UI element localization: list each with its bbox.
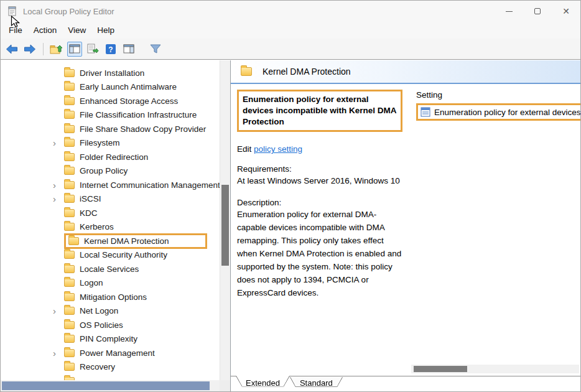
menu-view[interactable]: View [62, 24, 91, 37]
tab-standard[interactable]: Standard [290, 377, 343, 390]
tree-item-label: Driver Installation [80, 68, 144, 78]
tree-item-local-security-authority[interactable]: Local Security Authority [1, 248, 220, 263]
tree-item-label: Net Logon [80, 306, 118, 315]
main-area: Driver Installation Early Launch Antimal… [1, 60, 580, 391]
tree-item-group-policy[interactable]: Group Policy [1, 164, 220, 179]
tree-item-label: Enhanced Storage Access [80, 96, 178, 106]
folder-icon [64, 153, 75, 161]
tree-item-iscsi[interactable]: ›iSCSI [1, 192, 220, 207]
policy-setting-icon [421, 107, 430, 117]
settings-list-column: Setting Enumeration policy for external … [410, 84, 580, 376]
tree-horizontal-scrollbar-thumb[interactable] [2, 381, 210, 390]
tree-item-mitigation-options[interactable]: Mitigation Options [1, 290, 220, 304]
tree-item-partial[interactable] [1, 374, 220, 380]
setting-column-header[interactable]: Setting [416, 90, 580, 100]
folder-icon [64, 279, 75, 287]
tree-item-recovery[interactable]: Recovery [1, 360, 220, 375]
help-icon[interactable]: ? [103, 42, 118, 57]
folder-icon [64, 209, 75, 217]
menu-help[interactable]: Help [91, 24, 120, 37]
tree-item-driver-installation[interactable]: Driver Installation [1, 66, 220, 80]
tree-item-label: Kernel DMA Protection [84, 236, 169, 246]
tree-item-pin-complexity[interactable]: PIN Complexity [1, 332, 220, 347]
description-label: Description: [237, 198, 402, 207]
tree-item-logon[interactable]: Logon [1, 276, 220, 291]
setting-row[interactable]: Enumeration policy for external devices … [416, 103, 580, 121]
filter-icon[interactable] [148, 42, 163, 57]
policy-setting-link[interactable]: policy setting [254, 144, 302, 154]
folder-icon [64, 83, 75, 91]
folder-icon [64, 111, 75, 119]
requirements-text: At least Windows Server 2016, Windows 10 [237, 174, 402, 187]
tree-item-label: Filesystem [80, 138, 120, 147]
folder-icon [64, 293, 75, 301]
maximize-button[interactable] [523, 1, 552, 22]
chevron-right-icon[interactable]: › [53, 180, 64, 190]
folder-icon [64, 181, 75, 189]
close-icon: ✕ [562, 6, 570, 16]
tree-item-label: Locale Services [80, 264, 139, 274]
close-button[interactable]: ✕ [552, 1, 580, 22]
extended-view-body: Enumeration policy for external devices … [231, 84, 580, 376]
tree-item-label: KDC [80, 208, 98, 218]
tree-item-label: Local Security Authority [80, 250, 167, 259]
tree-item-internet-communication-management[interactable]: ›Internet Communication Management [1, 178, 220, 192]
tree-item-label: OS Policies [80, 320, 123, 330]
chevron-right-icon[interactable]: › [53, 306, 64, 315]
folder-icon [64, 335, 75, 343]
folder-icon [64, 251, 75, 259]
tree-vertical-scrollbar[interactable] [220, 60, 230, 380]
tree-item-label: Recovery [80, 362, 115, 371]
settings-horizontal-scrollbar[interactable] [411, 365, 579, 373]
minimize-icon [506, 11, 513, 12]
tree-vertical-scrollbar-thumb[interactable] [221, 185, 229, 266]
tree-item-enhanced-storage-access[interactable]: Enhanced Storage Access [1, 94, 220, 108]
tree-item-kerberos[interactable]: Kerberos [1, 220, 220, 235]
tree-item-label: File Classification Infrastructure [80, 110, 197, 119]
tab-extended[interactable]: Extended [236, 376, 290, 390]
tree-item-net-logon[interactable]: ›Net Logon [1, 304, 220, 319]
tree-item-kdc[interactable]: KDC [1, 206, 220, 220]
folder-icon [64, 349, 75, 357]
chevron-right-icon[interactable]: › [53, 348, 64, 358]
show-action-pane-icon[interactable] [121, 42, 136, 57]
forward-icon[interactable] [22, 42, 37, 57]
tree-item-early-launch-antimalware[interactable]: Early Launch Antimalware [1, 80, 220, 95]
tree-item-folder-redirection[interactable]: Folder Redirection [1, 150, 220, 164]
description-text: Enumeration policy for external DMA-capa… [237, 208, 402, 299]
tree-item-filesystem[interactable]: ›Filesystem [1, 136, 220, 151]
menu-action[interactable]: Action [28, 24, 63, 37]
folder-icon [64, 195, 75, 203]
scrollbar-corner [220, 380, 230, 391]
tree-item-kernel-dma-protection[interactable]: Kernel DMA Protection [1, 234, 220, 248]
up-one-level-icon[interactable] [49, 42, 64, 57]
selected-policy-title: Enumeration policy for external devices … [243, 95, 396, 126]
chevron-right-icon[interactable]: › [53, 194, 64, 203]
maximize-icon [534, 8, 541, 14]
chevron-right-icon[interactable]: › [53, 138, 64, 147]
tree-item-os-policies[interactable]: OS Policies [1, 318, 220, 332]
show-console-tree-icon[interactable] [67, 42, 82, 57]
tree-item-label: Internet Communication Management [80, 180, 220, 190]
folder-icon [64, 97, 75, 105]
setting-row-label: Enumeration policy for external devices … [434, 108, 580, 117]
tree-item-label: iSCSI [80, 194, 101, 203]
tree-item-locale-services[interactable]: Locale Services [1, 262, 220, 276]
edit-policy-line: Edit policy setting [237, 144, 402, 154]
minimize-button[interactable] [495, 1, 523, 22]
folder-icon [64, 139, 75, 147]
tree-item-power-management[interactable]: ›Power Management [1, 346, 220, 360]
settings-horizontal-scrollbar-thumb[interactable] [414, 366, 467, 372]
tree-item-label: Group Policy [80, 166, 128, 175]
svg-text:?: ? [108, 45, 113, 54]
folder-icon [64, 321, 75, 329]
tree-item-file-classification-infrastructure[interactable]: File Classification Infrastructure [1, 108, 220, 123]
tree-item-label: PIN Complexity [80, 334, 137, 343]
mouse-cursor [11, 16, 21, 30]
back-icon[interactable] [4, 42, 19, 57]
tree-horizontal-scrollbar[interactable] [1, 380, 220, 391]
export-list-icon[interactable] [85, 42, 100, 57]
edit-prefix: Edit [237, 144, 254, 154]
tree-item-file-share-shadow-copy-provider[interactable]: File Share Shadow Copy Provider [1, 122, 220, 136]
console-tree-pane: Driver Installation Early Launch Antimal… [1, 60, 231, 391]
